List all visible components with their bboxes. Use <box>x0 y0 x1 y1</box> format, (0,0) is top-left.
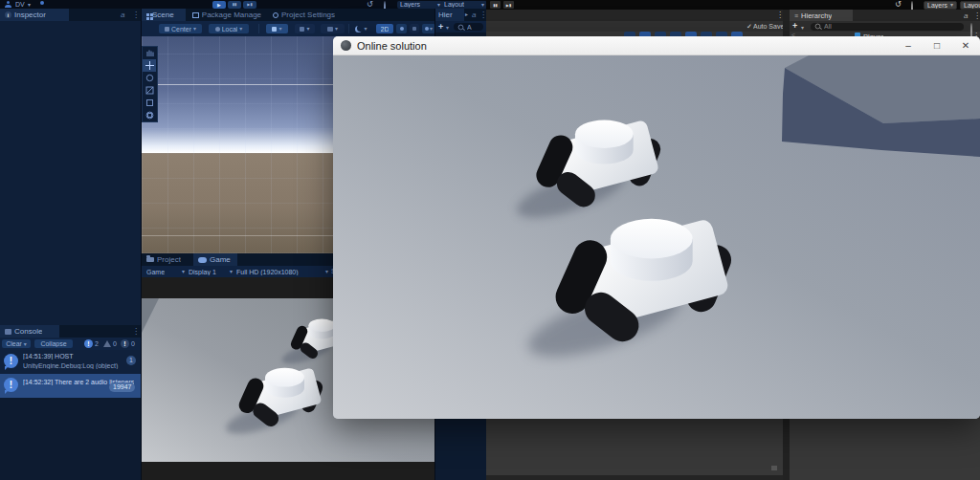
layout-dropdown[interactable]: Layout▾ <box>960 1 980 10</box>
error-count: 0 <box>131 340 135 347</box>
online-solution-window[interactable]: Online solution – □ ✕ <box>333 36 980 419</box>
package-icon <box>192 12 199 18</box>
log-info-icon: ! <box>4 354 18 368</box>
close-button[interactable]: ✕ <box>951 36 980 55</box>
layers-dropdown[interactable]: Layers▾ <box>924 1 957 10</box>
console-entry[interactable]: ! [14:51:39] HOST UnityEngine.Debug:Log … <box>0 350 141 374</box>
hierarchy-toolbar: + ▾ All <box>790 21 980 32</box>
hierarchy-search-field[interactable]: A <box>454 23 483 31</box>
move-tool-button[interactable] <box>143 59 156 72</box>
tab-game[interactable]: Game <box>193 253 237 266</box>
autosave-check-icon[interactable]: ✓ <box>746 23 752 31</box>
undo-history-icon[interactable]: ↺ <box>895 0 902 9</box>
step-button[interactable]: ▶▮ <box>503 1 514 9</box>
layout-dropdown[interactable]: Layout▾ <box>441 1 487 9</box>
log-info-icon: ! <box>4 378 18 392</box>
console-menu-icon[interactable]: ⋮ <box>132 327 140 336</box>
console-tabbar: Console ⋮ <box>0 325 141 338</box>
transform-icon <box>145 111 154 120</box>
pivot-icon <box>165 27 169 32</box>
tab-package-manager[interactable]: Package Manager <box>188 9 266 21</box>
warning-count-icon[interactable] <box>103 340 111 347</box>
error-count-icon[interactable]: ! <box>121 339 129 348</box>
account-dropdown[interactable]: DV <box>15 1 25 8</box>
info-count: 2 <box>95 340 99 347</box>
tab-project[interactable]: Project <box>142 253 191 266</box>
hierarchy-icon: ≡ <box>794 12 798 19</box>
folder-icon <box>146 257 154 262</box>
lock-icon[interactable]: a <box>472 11 476 19</box>
tab-hierarchy[interactable]: ≡ Hierarchy <box>790 10 853 21</box>
menu-icon[interactable]: ⋮ <box>973 11 980 20</box>
console-toolbar: Clear▾ Collapse ! 2 0 ! 0 <box>0 338 141 350</box>
minimize-button[interactable]: – <box>894 36 923 55</box>
camera-snap-button[interactable]: ▾ <box>321 24 345 33</box>
rotate-tool-button[interactable] <box>143 72 156 84</box>
transform-tool-button[interactable] <box>143 109 156 121</box>
globe-icon <box>215 27 220 32</box>
tab-inspector[interactable]: i Inspector <box>0 9 69 21</box>
scale-tool-button[interactable] <box>143 84 156 97</box>
undo-history-icon[interactable]: ↺ <box>367 0 373 9</box>
menu-icon[interactable]: ⋮ <box>132 11 140 19</box>
rect-tool-button[interactable] <box>143 97 156 109</box>
camera-align-icon <box>327 27 333 32</box>
game-target-dropdown[interactable]: Game▾ <box>144 268 188 276</box>
tab-scroll-icon[interactable]: ▸ <box>465 11 468 17</box>
hand-tool-button[interactable] <box>143 47 156 59</box>
lock-icon[interactable]: a <box>964 11 968 20</box>
right-main-toolbar: ✓ Auto Save <box>486 21 783 32</box>
audio-toggle[interactable] <box>410 24 419 33</box>
resize-grip-icon[interactable] <box>771 466 777 470</box>
shaded-mode-icon <box>355 26 362 33</box>
resolution-dropdown[interactable]: Full HD (1920x1080)▾ <box>234 268 331 276</box>
2d-mode-toggle[interactable]: 2D <box>376 24 393 33</box>
effects-icon <box>425 27 429 31</box>
layers-dropdown[interactable]: Layers▾ <box>397 1 443 9</box>
left-window-top-toolbar: DV ▾ ▶ ▮▮ ▶▮ ↺ Layers▾ Layout▾ <box>0 0 486 9</box>
lock-icon[interactable]: a <box>121 11 124 19</box>
step-button[interactable]: ▶▮ <box>243 1 256 9</box>
game-render-canvas <box>333 55 980 419</box>
gear-icon <box>273 12 278 18</box>
tab-project-settings[interactable]: Project Settings <box>268 9 345 21</box>
tab-scene[interactable]: Scene <box>142 9 186 21</box>
info-count-icon[interactable]: ! <box>84 339 93 348</box>
rotate-icon <box>145 74 154 82</box>
hierarchy-search-field[interactable]: All <box>811 23 964 31</box>
search-icon <box>815 24 821 30</box>
play-button[interactable]: ▶ <box>212 1 226 9</box>
console-entry-selected[interactable]: ! [14:52:32] There are 2 audio listeners… <box>0 374 141 398</box>
effects-dropdown[interactable]: ▾ <box>422 24 435 33</box>
log-count-badge: 1 <box>126 356 136 365</box>
pause-button[interactable]: ▮▮ <box>490 1 501 9</box>
log-count-badge: 19947 <box>109 382 135 392</box>
tab-hierarchy[interactable]: Hier <box>435 9 464 21</box>
chevron-down-icon: ▾ <box>28 2 31 8</box>
lighting-toggle[interactable] <box>396 24 407 33</box>
window-titlebar[interactable]: Online solution – □ ✕ <box>333 36 980 55</box>
left-hierarchy-toolbar: + ▾ A <box>435 21 486 33</box>
desktop: DV ▾ ▶ ▮▮ ▶▮ ↺ Layers▾ Layout▾ i Inspect… <box>0 0 980 480</box>
grid-snap-button[interactable]: ▾ <box>266 24 288 33</box>
inspector-tabbar: i Inspector a ⋮ <box>0 9 141 21</box>
scene-tabbar: Scene Package Manager Project Settings <box>142 9 435 21</box>
search-icon <box>458 24 464 30</box>
scene-toolbar: Center▾ Local▾ ▾ ▾ ▾ ▾ 2D <box>142 21 435 36</box>
create-plus-button[interactable]: + <box>438 22 443 32</box>
pivot-mode-dropdown[interactable]: Center▾ <box>159 24 202 33</box>
tab-console[interactable]: Console <box>0 325 59 338</box>
rect-icon <box>145 98 154 107</box>
console-collapse-button[interactable]: Collapse <box>34 339 73 348</box>
pivot-rotation-dropdown[interactable]: Local▾ <box>209 24 249 33</box>
rendering-mode-dropdown[interactable]: ▾ <box>352 24 370 33</box>
console-clear-button[interactable]: Clear▾ <box>2 339 31 348</box>
pause-button[interactable]: ▮▮ <box>228 1 241 9</box>
console-empty-area <box>0 398 141 480</box>
chevron-down-icon: ▾ <box>801 25 804 31</box>
create-plus-button[interactable]: + <box>792 21 797 31</box>
move-icon <box>145 61 154 70</box>
grid-visibility-button[interactable]: ▾ <box>295 24 315 33</box>
maximize-button[interactable]: □ <box>923 36 951 55</box>
display-dropdown[interactable]: Display 1▾ <box>186 268 235 276</box>
